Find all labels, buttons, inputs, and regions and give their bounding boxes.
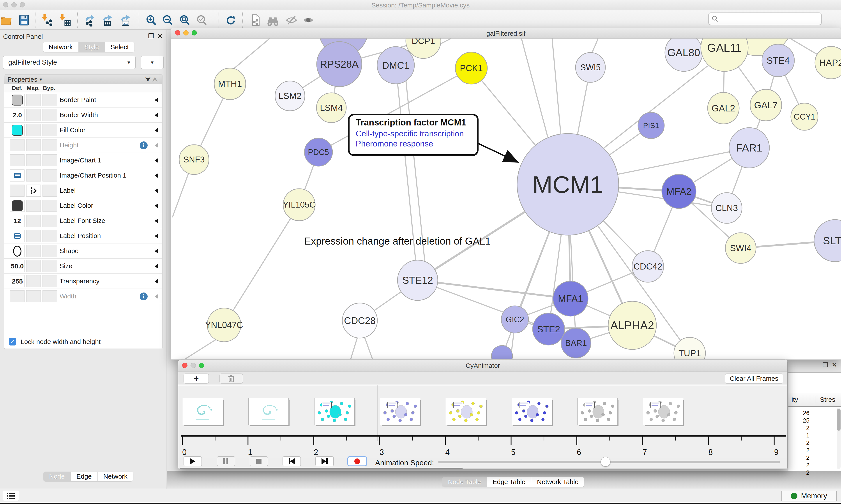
bypass-cell[interactable] [42, 124, 57, 136]
table-cell[interactable]: 26 [788, 410, 809, 417]
table-cell[interactable]: 2 [788, 439, 809, 446]
expand-property-icon[interactable] [155, 249, 158, 254]
mapping-cell[interactable] [26, 230, 41, 242]
default-value-cell[interactable]: 2.0 [10, 109, 24, 121]
save-icon[interactable] [17, 13, 31, 28]
property-row-label-position[interactable]: Label Position [4, 228, 162, 244]
node-LSM2[interactable]: LSM2 [275, 81, 305, 111]
tab-network[interactable]: Network [98, 472, 133, 481]
slider-thumb[interactable] [601, 457, 610, 467]
mapping-cell[interactable] [26, 260, 41, 272]
tab-style[interactable]: Style [78, 42, 105, 52]
collapse-all-icon[interactable]: ⮝ [152, 75, 159, 83]
zoom-selected-icon[interactable] [195, 13, 209, 28]
bypass-cell[interactable] [42, 260, 57, 272]
zoom-in-icon[interactable] [144, 13, 159, 28]
property-row-fill-color[interactable]: Fill Color [4, 123, 162, 138]
bypass-cell[interactable] [42, 94, 57, 106]
property-row-shape[interactable]: Shape [4, 244, 162, 258]
default-value-cell[interactable]: 50.0 [10, 260, 24, 272]
float-panel-icon[interactable]: ❐ [823, 361, 828, 368]
task-history-button[interactable] [3, 491, 19, 501]
node-GAL11[interactable]: GAL11 [701, 38, 748, 71]
property-row-border-paint[interactable]: Border Paint [4, 92, 162, 108]
node-MFA2[interactable]: MFA2 [662, 174, 696, 209]
node-CDC28[interactable]: CDC28 [342, 303, 377, 338]
table-cell[interactable]: 25 [788, 417, 809, 424]
float-panel-icon[interactable]: ❐ [148, 33, 154, 39]
node-SWI5[interactable]: SWI5 [576, 53, 605, 82]
node-FAR1[interactable]: FAR1 [729, 128, 769, 168]
default-value-cell[interactable] [10, 124, 24, 136]
node-MTH1[interactable]: MTH1 [214, 68, 246, 100]
property-row-border-width[interactable]: 2.0Border Width [4, 108, 162, 123]
export-image-icon[interactable] [118, 13, 132, 28]
edge-segment[interactable] [185, 340, 216, 359]
mapping-cell[interactable] [26, 275, 41, 287]
node-TUP1[interactable]: TUP1 [674, 337, 705, 360]
bypass-cell[interactable] [42, 230, 57, 242]
edge-STE12-MFA1[interactable] [418, 280, 571, 299]
node-STE12[interactable]: STE12 [397, 260, 438, 300]
mapping-cell[interactable] [26, 290, 41, 302]
bypass-cell[interactable] [42, 109, 57, 121]
expand-property-icon[interactable] [155, 113, 158, 118]
mapping-cell[interactable] [26, 169, 41, 181]
open-folder-icon[interactable] [0, 13, 13, 28]
tab-edge-table[interactable]: Edge Table [487, 477, 531, 487]
delete-frame-button[interactable] [219, 374, 243, 383]
node-PDC5[interactable]: PDC5 [304, 138, 333, 166]
tab-edge[interactable]: Edge [71, 472, 98, 481]
import-table-icon[interactable] [58, 13, 72, 28]
default-value-cell[interactable] [10, 94, 24, 106]
lock-size-checkbox[interactable]: ✓ [9, 338, 16, 345]
expand-property-icon[interactable] [155, 173, 158, 178]
property-row-size[interactable]: 50.0Size [4, 258, 162, 274]
table-cell[interactable]: 1 [788, 432, 809, 439]
edge-segment[interactable] [552, 38, 561, 136]
node-SNF3[interactable]: SNF3 [179, 145, 209, 175]
node-STE2[interactable]: STE2 [533, 313, 565, 345]
property-row-image-chart-position-1[interactable]: Image/Chart Position 1 [4, 168, 162, 183]
bypass-cell[interactable] [42, 184, 57, 197]
expand-property-icon[interactable] [155, 279, 158, 284]
mapping-cell[interactable] [26, 215, 41, 227]
bypass-cell[interactable] [42, 154, 57, 166]
frames-scrollbar[interactable] [178, 468, 787, 469]
default-value-cell[interactable] [10, 230, 24, 242]
mapping-cell[interactable] [26, 139, 41, 151]
default-value-cell[interactable] [10, 200, 24, 212]
bypass-cell[interactable] [42, 200, 57, 212]
table-scrollbar-thumb[interactable] [837, 409, 841, 431]
node-RPS28A[interactable]: RPS28A [317, 41, 362, 87]
default-value-cell[interactable] [10, 139, 24, 151]
table-column-header[interactable]: ity [791, 396, 798, 403]
bypass-cell[interactable] [42, 275, 57, 287]
node-HAP2[interactable]: HAP2 [815, 47, 841, 79]
tab-network[interactable]: Network [43, 42, 78, 52]
mapping-cell[interactable] [26, 200, 41, 212]
node-MFA1[interactable]: MFA1 [553, 281, 588, 316]
table-cell[interactable]: 2 [788, 454, 809, 461]
memory-button[interactable]: Memory [782, 491, 837, 501]
network-annotation[interactable]: Transcription factor MCM1 Cell-type-spec… [348, 114, 479, 156]
property-row-label[interactable]: Label [4, 183, 162, 198]
node-SWI4[interactable]: SWI4 [726, 233, 756, 264]
property-row-width[interactable]: Widthi [4, 289, 162, 304]
style-options-button[interactable]: ▾ [141, 56, 164, 69]
expand-property-icon[interactable] [155, 98, 158, 103]
bypass-cell[interactable] [42, 245, 57, 257]
info-icon[interactable]: i [140, 292, 148, 300]
timeline-ruler[interactable]: 0123456789Seconds [178, 385, 788, 458]
bypass-cell[interactable] [42, 169, 57, 181]
edge-DMC1-STE12[interactable] [396, 65, 418, 280]
refresh-layout-icon[interactable] [223, 13, 238, 28]
tab-node[interactable]: Node [43, 472, 71, 481]
tab-node-table[interactable]: Node Table [442, 477, 487, 487]
play-button[interactable] [183, 456, 202, 466]
binoculars-icon[interactable] [266, 13, 280, 28]
expand-property-icon[interactable] [155, 143, 158, 148]
default-value-cell[interactable]: 12 [10, 215, 24, 227]
frames-scrollbar-thumb[interactable] [180, 468, 463, 469]
default-value-cell[interactable] [10, 184, 24, 197]
